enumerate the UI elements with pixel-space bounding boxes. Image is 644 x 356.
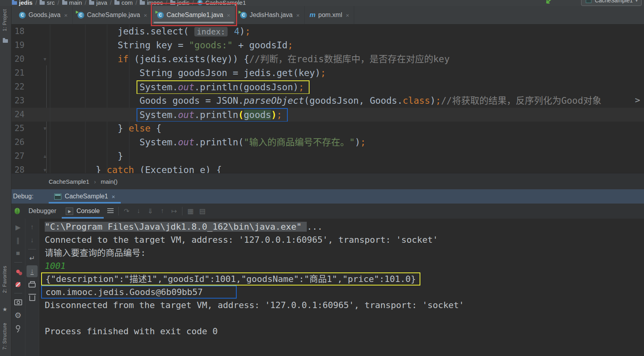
sidebar-item-project[interactable]: 1: Project [2,9,8,31]
soft-wrap-button[interactable]: ↵ [27,252,38,264]
breadcrumb-separator: / [57,0,59,6]
code-text: System.out.println("输入的商品编号不存在。"); [50,135,644,149]
code-text: System.out.println(goodsJson); [50,80,644,94]
sidebar-item-structure[interactable]: 7: Structure [2,323,8,350]
scroll-to-end-button[interactable]: ↓ [27,265,38,277]
console-text: Connected to the target VM, address: '12… [45,235,438,245]
view-breakpoints-button[interactable] [13,265,24,277]
close-icon[interactable]: × [64,12,68,19]
code-text: if (jedis.exists(key)) {//判断，在redis数据库中，… [50,52,644,66]
console-text: Disconnected from the target VM, address… [45,300,464,310]
evaluate-expression-icon[interactable]: ▦ [184,207,196,215]
code-line-28[interactable]: 28▿ } catch (Exception e) { [11,163,644,173]
tab-label: Debugger [28,208,56,215]
editor-tab-pom-xml[interactable]: mpom.xml× [305,6,354,24]
breadcrumb-method[interactable]: main() [101,178,118,185]
down-arrow-button[interactable]: ↓ [27,234,38,246]
breadcrumb-item[interactable]: jedis [12,0,32,6]
run-arrow-icon[interactable]: ➜ [543,0,554,6]
debug-controls-column: ▶∥■⚙ [11,219,25,356]
project-breadcrumb[interactable]: jedis/src/main/java/com/imooc/jedis/CCac… [12,0,246,6]
line-number: 27 [11,149,25,163]
code-token: catch [106,165,134,173]
tab-debugger[interactable]: Debugger [24,204,61,219]
stop-button[interactable]: ■ [13,247,24,259]
editor-tab-jedishash-java[interactable]: C▶JedisHash.java× [236,6,305,24]
fold-marker[interactable]: ▿ [25,122,50,135]
gutter-space [25,66,50,80]
tab-label: CacheSample1.java [167,11,223,19]
code-line-23[interactable]: 23 Goods goods = JSON.parseObject(goodsJ… [11,94,644,108]
fold-marker[interactable]: ▿ [25,52,50,66]
up-arrow-button[interactable]: ↑ [27,221,38,233]
menu-glyph [107,208,114,209]
breadcrumb-item[interactable]: jedis [170,0,190,6]
code-line-19[interactable]: 19 String key = "goods:" + goodsId; [11,38,644,52]
run-configuration-select[interactable]: CacheSample1 ▾ [581,0,642,6]
run-config-icon [586,0,591,3]
breadcrumb-class[interactable]: CacheSample1 [49,178,89,185]
breadcrumb-item[interactable]: main [62,0,82,6]
close-icon[interactable]: × [346,12,349,19]
code-token: 4 [234,26,239,36]
close-icon[interactable]: × [227,12,230,19]
pause-button[interactable]: ∥ [13,234,24,246]
fold-marker[interactable]: ▵ [25,149,50,163]
code-text: String key = "goods:" + goodsId; [50,38,644,52]
code-line-20[interactable]: 20▿ if (jedis.exists(key)) {//判断，在redis数… [11,52,644,66]
close-icon[interactable]: × [144,12,147,19]
step-over-icon[interactable]: ↷ [121,207,133,215]
print-button[interactable] [27,278,38,290]
code-token: System. [140,82,178,92]
layout-settings-icon[interactable]: ▤ [196,207,208,215]
pin-button[interactable] [13,322,24,334]
menu-icon[interactable] [104,207,116,215]
console-output[interactable]: "C:\Program Files\Java\jdk1.8.0_162\bin\… [39,220,644,356]
breadcrumb-item[interactable]: src [40,0,55,6]
breadcrumb-label: com [122,0,133,6]
code-line-25[interactable]: 25▿ } else { [11,122,644,135]
fold-marker[interactable]: ▿ [25,163,50,173]
console-controls-column: ↑↓↵↓ [25,219,39,356]
close-icon[interactable]: × [296,12,300,19]
code-editor[interactable]: 18 jedis.select( index: 4);19 String key… [11,25,644,173]
code-line-26[interactable]: 26 System.out.println("输入的商品编号不存在。"); [11,135,644,149]
code-line-18[interactable]: 18 jedis.select( index: 4); [11,25,644,38]
step-into-icon[interactable]: ↓ [133,207,144,215]
code-line-24[interactable]: 24 System.out.println(goods); [11,108,644,122]
settings-gear-button[interactable]: ⚙ [13,309,24,321]
breadcrumb-item[interactable]: imooc [140,0,163,6]
maven-icon: m [310,12,315,19]
mute-breakpoints-button[interactable] [13,278,24,290]
debug-session-tab[interactable]: CacheSample1 × [49,189,121,204]
force-step-into-icon[interactable]: ⇓ [144,207,156,215]
thread-dump-button[interactable] [13,296,24,308]
code-line-27[interactable]: 27▵ } [11,149,644,163]
run-to-cursor-icon[interactable]: ↦ [168,207,180,215]
editor-tab-cachesample-java[interactable]: C▶CacheSample.java× [73,6,152,24]
code-line-21[interactable]: 21 String goodsJson = jedis.get(key); [11,66,644,80]
editor-tab-cachesample1-java[interactable]: C▶CacheSample1.java× [152,6,236,24]
close-icon[interactable]: × [112,193,115,200]
class-icon: C [197,0,203,5]
tab-console[interactable]: ▶Console [61,204,104,219]
step-out-icon[interactable]: ↑ [156,207,168,215]
clear-all-button[interactable] [27,291,38,303]
breadcrumb-item[interactable]: com [114,0,133,6]
code-token: ; [245,26,251,36]
resume-button[interactable]: ▶ [13,221,24,233]
line-number: 23 [11,94,25,108]
console-frame-icon [54,194,61,200]
annotation-yellow-box: System.out.println(goodsJson); [137,80,310,94]
breadcrumb-item[interactable]: java [89,0,107,6]
editor-tab-goods-java[interactable]: CGoods.java× [14,6,73,24]
line-number: 20 [11,52,25,66]
breadcrumb-item[interactable]: CCacheSample1 [197,0,246,6]
tab-label: CacheSample.java [87,11,140,19]
breadcrumb-label: CacheSample1 [205,0,246,6]
code-token: String goodsJson = jedis.get(key) [140,68,321,78]
code-line-22[interactable]: 22 System.out.println(goodsJson); [11,80,644,94]
breadcrumb-separator: / [192,0,194,6]
sidebar-item-favorites[interactable]: 2: Favorites [2,266,8,293]
code-text: System.out.println(goods); [50,108,644,122]
